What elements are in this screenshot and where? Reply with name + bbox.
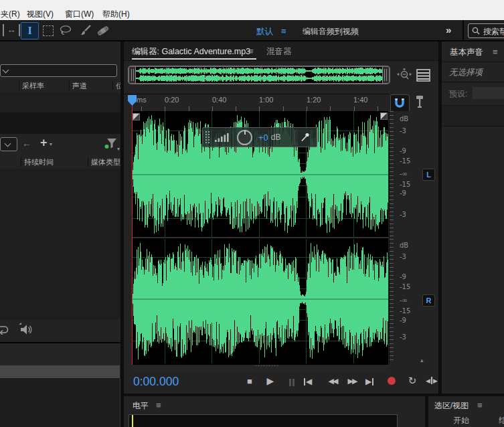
fade-in-handle[interactable] <box>133 113 140 120</box>
overview-handle-left[interactable] <box>129 67 136 83</box>
marquee-tool-button[interactable] <box>43 25 54 36</box>
timeline-ruler[interactable]: hms 0:20 0:40 1:00 1:20 1:40 <box>124 94 389 112</box>
db-label: -9 <box>400 317 406 324</box>
skip-to-end-button[interactable]: ▶ <box>365 377 380 386</box>
tab-editor-menu-icon[interactable]: ≡ <box>248 46 254 56</box>
menu-bar: 夹(R) 视图(V) 窗口(W) 帮助(H) <box>0 0 504 20</box>
time-display[interactable]: 0:00.000 <box>133 375 179 389</box>
marker-button[interactable] <box>414 95 425 111</box>
db-label: -∞ <box>400 170 408 177</box>
column-channels[interactable]: 声道 <box>72 81 87 91</box>
tab-mixer[interactable]: 混音器 <box>266 46 292 58</box>
db-ticks <box>390 239 394 363</box>
menu-item-help[interactable]: 帮助(H) <box>102 9 130 20</box>
workspace-edit-audio-to-video[interactable]: 编辑音频到视频 <box>303 26 359 37</box>
meter-peak-line <box>132 415 133 427</box>
record-button[interactable] <box>388 377 396 385</box>
skip-selection-button[interactable]: ◀ ▶ <box>424 377 438 384</box>
ibeam-tool-button[interactable]: I <box>21 22 39 39</box>
files-list-area[interactable] <box>0 92 120 112</box>
menu-item-favorites[interactable]: 夹(R) <box>1 9 20 20</box>
levels-title[interactable]: 电平 <box>133 400 149 412</box>
menu-item-window[interactable]: 窗口(W) <box>65 9 94 20</box>
paintbrush-tool-button[interactable] <box>79 24 92 37</box>
overview-navigator[interactable] <box>128 66 390 84</box>
selection-view-title[interactable]: 选区/视图 <box>434 400 469 412</box>
fade-out-handle[interactable] <box>380 112 388 120</box>
h-scrollbar-grip[interactable]: ········· <box>247 362 287 369</box>
speaker-icon <box>17 323 33 336</box>
db-label: -9 <box>400 189 406 197</box>
hud-grip[interactable] <box>205 131 211 144</box>
zoom-navigate-button[interactable] <box>397 68 412 83</box>
rewind-button[interactable]: ◀◀ <box>324 377 341 386</box>
selection-view-menu-icon[interactable]: ≡ <box>477 400 483 410</box>
volume-knob[interactable] <box>237 130 252 145</box>
ibeam-icon: I <box>27 25 31 36</box>
zoom-navigate-icon <box>397 68 412 83</box>
media-list-area[interactable] <box>0 169 120 320</box>
selected-row-bar[interactable] <box>0 365 120 378</box>
lasso-icon <box>59 25 72 36</box>
workspace-default-button[interactable]: 默认 <box>256 26 273 37</box>
pause-button[interactable] <box>286 377 297 389</box>
search-box[interactable]: 搜索帮助 <box>468 23 504 38</box>
autoplay-button[interactable] <box>17 323 33 336</box>
overview-handle-right[interactable] <box>382 67 389 83</box>
hud-divider <box>295 130 295 145</box>
db-label: -15 <box>400 181 410 188</box>
db-label: dB <box>400 115 408 122</box>
column-end[interactable]: 结束 <box>499 415 504 426</box>
scroll-up-arrow[interactable]: ▴ <box>420 357 424 363</box>
column-divider <box>69 81 70 90</box>
loop-playback-icon[interactable] <box>0 324 9 335</box>
column-media-type[interactable]: 媒体类型 <box>91 157 120 167</box>
magnet-icon <box>394 97 406 109</box>
time-selection-tool-button[interactable]: ↔ <box>3 24 20 36</box>
workspace-menu-icon[interactable]: ≡ <box>281 26 286 36</box>
tab-editor[interactable]: 编辑器: Galactic Adventure.mp3 <box>132 46 250 58</box>
menu-item-view[interactable]: 视图(V) <box>27 9 54 20</box>
back-button[interactable]: ← <box>22 138 31 149</box>
overview-waveform <box>136 67 385 83</box>
filter-button[interactable]: ▾ <box>104 138 118 150</box>
workspace-overflow-chevrons[interactable]: » <box>446 24 451 35</box>
channel-left-badge[interactable]: L <box>422 169 435 181</box>
db-label: -3 <box>400 333 406 341</box>
db-label: -3 <box>400 211 406 218</box>
db-label: -15 <box>400 307 410 315</box>
waveform-right-channel[interactable] <box>132 239 388 363</box>
db-label: -3 <box>400 127 406 135</box>
loop-playback-button[interactable]: ↻ <box>406 375 419 387</box>
pin-icon[interactable] <box>300 132 311 143</box>
column-start[interactable]: 开始 <box>453 415 469 426</box>
h-scrollbar[interactable]: ········· <box>132 365 388 371</box>
column-duration[interactable]: 持续时间 <box>24 157 54 167</box>
fast-forward-button[interactable]: ▶▶ <box>343 377 361 386</box>
spot-healing-tool-button[interactable] <box>96 25 110 37</box>
channel-right-badge[interactable]: R <box>422 294 435 307</box>
playhead-line[interactable] <box>132 106 133 365</box>
column-bits[interactable]: 位 <box>116 81 120 91</box>
play-button[interactable]: ▶ <box>264 375 277 386</box>
preset-input[interactable] <box>473 87 504 99</box>
spectral-display-button[interactable] <box>416 69 430 82</box>
essential-sound-title[interactable]: 基本声音 <box>450 47 483 58</box>
media-dropdown[interactable] <box>0 137 17 151</box>
stop-button[interactable]: ■ <box>243 376 256 386</box>
levels-menu-icon[interactable]: ≡ <box>156 400 161 410</box>
snap-button[interactable] <box>390 94 410 112</box>
filter-caret-icon: ▾ <box>117 146 120 152</box>
essential-sound-panel: 基本声音 ≡ 无选择项 预设: <box>442 41 504 394</box>
skip-to-start-button[interactable]: ◀ <box>304 377 319 386</box>
hud-value[interactable]: +0 <box>258 133 268 143</box>
files-sort-dropdown[interactable] <box>0 64 117 77</box>
essential-sound-menu-icon[interactable]: ≡ <box>493 47 498 57</box>
column-sample-rate[interactable]: 采样率 <box>22 81 44 91</box>
volume-hud[interactable]: +0 dB <box>202 127 317 147</box>
db-scale-right: dB -3 -9 -15 -∞ -15 -9 -3 R <box>389 239 438 363</box>
add-button[interactable]: + <box>40 136 48 150</box>
column-divider <box>88 157 88 167</box>
search-input[interactable]: 搜索帮助 <box>483 26 504 37</box>
lasso-tool-button[interactable] <box>59 25 72 36</box>
